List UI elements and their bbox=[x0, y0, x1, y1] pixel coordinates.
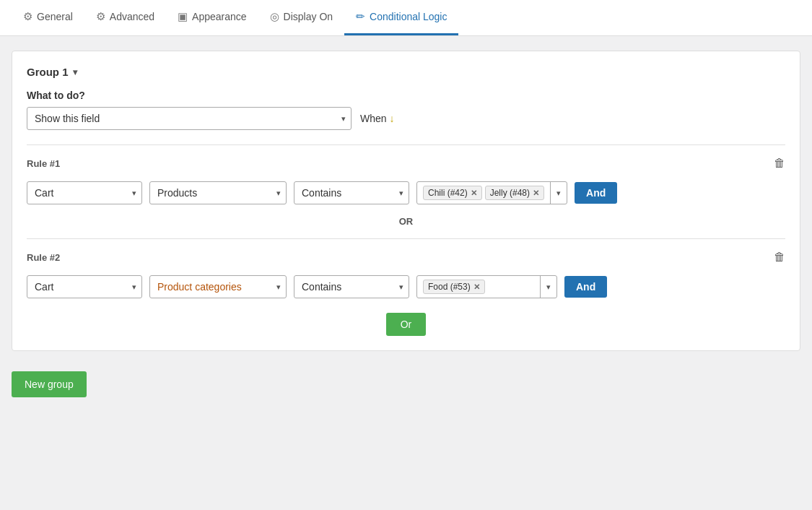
tag-food53: Food (#53) ✕ bbox=[423, 280, 485, 294]
rule-1-tags-container: Chili (#42) ✕ Jelly (#48) ✕ ▾ bbox=[416, 181, 567, 204]
group-box: Group 1 ▾ What to do? Show this field Hi… bbox=[12, 51, 800, 351]
group-chevron-icon: ▾ bbox=[73, 67, 77, 77]
rule-1-delete-icon[interactable]: 🗑 bbox=[774, 157, 785, 170]
rule-1-condition-select[interactable]: Products Product categories Cart total bbox=[149, 181, 287, 204]
rule-2-and-button[interactable]: And bbox=[564, 276, 607, 298]
rule-1-operator-select[interactable]: Contains Does not contain Is empty bbox=[294, 181, 409, 204]
rule-1-operator-wrapper: Contains Does not contain Is empty ▾ bbox=[294, 181, 409, 204]
group-header[interactable]: Group 1 ▾ bbox=[27, 66, 785, 78]
rule-2-tags-dropdown-icon[interactable]: ▾ bbox=[540, 276, 556, 298]
or-button[interactable]: Or bbox=[386, 313, 427, 336]
when-text: When bbox=[360, 113, 387, 124]
rule-2-section: Rule #2 🗑 Cart Order Product ▾ Product bbox=[27, 238, 785, 336]
rule-2-condition-wrapper: Product categories Products Cart total ▾ bbox=[149, 275, 287, 298]
rule-1-tags-dropdown-icon[interactable]: ▾ bbox=[550, 182, 567, 204]
action-row: Show this field Hide this field ▾ When ↓ bbox=[27, 107, 785, 130]
rule-2-field-wrapper: Cart Order Product ▾ bbox=[27, 275, 142, 298]
advanced-icon: ⚙ bbox=[96, 10, 105, 23]
tab-advanced[interactable]: ⚙ Advanced bbox=[84, 0, 166, 35]
action-select-wrapper: Show this field Hide this field ▾ bbox=[27, 107, 352, 130]
tab-conditional-logic-label: Conditional Logic bbox=[370, 11, 447, 22]
tag-food53-label: Food (#53) bbox=[428, 282, 471, 292]
tag-chili42-label: Chili (#42) bbox=[428, 188, 468, 198]
rule-2-header: Rule #2 🗑 bbox=[27, 251, 785, 264]
rule-2-label: Rule #2 bbox=[27, 252, 60, 263]
tab-advanced-label: Advanced bbox=[110, 11, 154, 22]
when-arrow-icon: ↓ bbox=[387, 113, 395, 124]
tab-conditional-logic[interactable]: ✏ Conditional Logic bbox=[344, 0, 458, 35]
tab-bar: ⚙ General ⚙ Advanced ▣ Appearance ◎ Disp… bbox=[0, 0, 812, 36]
what-to-do-label: What to do? bbox=[27, 90, 785, 101]
tag-food53-remove[interactable]: ✕ bbox=[473, 282, 480, 292]
rule-1-condition-wrapper: Products Product categories Cart total ▾ bbox=[149, 181, 287, 204]
new-group-button[interactable]: New group bbox=[12, 371, 87, 397]
tab-appearance-label: Appearance bbox=[192, 11, 247, 22]
rule-1-tags-inner: Chili (#42) ✕ Jelly (#48) ✕ bbox=[417, 182, 550, 204]
rule-1-header: Rule #1 🗑 bbox=[27, 157, 785, 170]
general-icon: ⚙ bbox=[23, 10, 32, 23]
tab-display-on-label: Display On bbox=[284, 11, 333, 22]
rule-1-field-select[interactable]: Cart Order Product bbox=[27, 181, 142, 204]
rule-2-row: Cart Order Product ▾ Product categories … bbox=[27, 275, 785, 298]
rule-2-operator-select[interactable]: Contains Does not contain Is empty bbox=[294, 275, 409, 298]
rule-1-field-wrapper: Cart Order Product ▾ bbox=[27, 181, 142, 204]
rule-2-delete-icon[interactable]: 🗑 bbox=[774, 251, 785, 264]
rule-2-tags-inner: Food (#53) ✕ bbox=[417, 276, 540, 298]
tab-general-label: General bbox=[37, 11, 73, 22]
tag-jelly48-label: Jelly (#48) bbox=[490, 188, 530, 198]
tab-display-on[interactable]: ◎ Display On bbox=[258, 0, 344, 35]
tag-jelly48: Jelly (#48) ✕ bbox=[485, 186, 544, 200]
tab-general[interactable]: ⚙ General bbox=[12, 0, 84, 35]
or-btn-wrapper: Or bbox=[27, 313, 785, 336]
when-label: When ↓ bbox=[360, 113, 394, 124]
action-select[interactable]: Show this field Hide this field bbox=[27, 107, 352, 130]
rule-1-row: Cart Order Product ▾ Products Product ca… bbox=[27, 181, 785, 204]
tab-appearance[interactable]: ▣ Appearance bbox=[166, 0, 258, 35]
rule-2-condition-select[interactable]: Product categories Products Cart total bbox=[149, 275, 287, 298]
or-divider: OR bbox=[27, 216, 785, 227]
rule-1-section: Rule #1 🗑 Cart Order Product ▾ Products bbox=[27, 144, 785, 204]
conditional-logic-icon: ✏ bbox=[356, 10, 365, 23]
rule-2-field-select[interactable]: Cart Order Product bbox=[27, 275, 142, 298]
group-title: Group 1 bbox=[27, 66, 69, 78]
tag-chili42-remove[interactable]: ✕ bbox=[471, 189, 477, 198]
display-on-icon: ◎ bbox=[270, 10, 279, 23]
rule-2-operator-wrapper: Contains Does not contain Is empty ▾ bbox=[294, 275, 409, 298]
tag-jelly48-remove[interactable]: ✕ bbox=[533, 189, 539, 198]
rule-1-label: Rule #1 bbox=[27, 158, 60, 169]
main-content: Group 1 ▾ What to do? Show this field Hi… bbox=[0, 36, 812, 412]
appearance-icon: ▣ bbox=[178, 10, 188, 23]
rule-2-tags-container: Food (#53) ✕ ▾ bbox=[416, 275, 557, 298]
rule-1-and-button[interactable]: And bbox=[575, 182, 617, 204]
tag-chili42: Chili (#42) ✕ bbox=[423, 186, 482, 200]
